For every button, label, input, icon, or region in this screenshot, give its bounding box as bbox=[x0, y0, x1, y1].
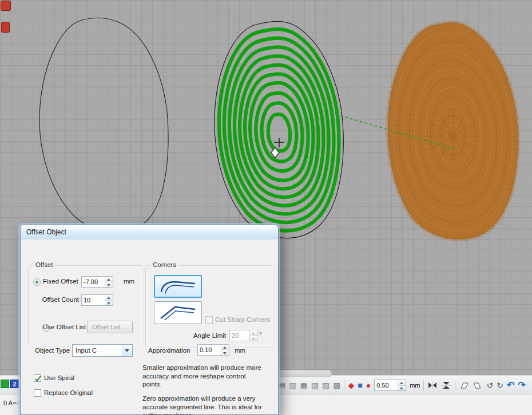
docked-tool-icon[interactable] bbox=[1, 1, 11, 11]
fixed-offset-input[interactable] bbox=[81, 276, 113, 288]
toolbar-separator bbox=[423, 380, 424, 391]
skew-left-icon[interactable] bbox=[459, 381, 469, 389]
offset-count-value[interactable] bbox=[82, 295, 105, 305]
stitch-width-spinner[interactable] bbox=[398, 380, 406, 390]
approximation-note-2: Zero approximation will produce a very a… bbox=[142, 394, 263, 415]
round-corner-icon bbox=[158, 277, 198, 296]
approximation-value[interactable] bbox=[198, 345, 221, 355]
approximation-label: Approximation bbox=[148, 347, 190, 354]
mirror-vertical-icon[interactable] bbox=[441, 381, 451, 390]
use-spiral-checkbox[interactable] bbox=[34, 374, 41, 382]
fixed-offset-label: Fixed Offset bbox=[43, 278, 78, 285]
spin-up-icon[interactable] bbox=[105, 295, 113, 301]
corners-group: Corners Cut Sharp Corners bbox=[145, 265, 273, 346]
approximation-input[interactable] bbox=[197, 344, 229, 356]
angle-limit-spinner[interactable] bbox=[249, 330, 257, 341]
approximation-spinner[interactable] bbox=[221, 345, 229, 355]
shade-tool-icon[interactable]: ▨ bbox=[322, 381, 329, 389]
corner-style-sharp-button[interactable] bbox=[154, 301, 202, 324]
dialog-titlebar[interactable]: Offset Object bbox=[21, 225, 278, 240]
use-spiral-label: Use Spiral bbox=[44, 374, 74, 381]
approximation-unit: mm bbox=[235, 347, 245, 354]
color-swatch-green[interactable] bbox=[1, 380, 9, 388]
offset-count-input[interactable] bbox=[81, 294, 113, 306]
cut-sharp-corners-checkbox[interactable] bbox=[205, 316, 213, 324]
offset-group-label: Offset bbox=[33, 261, 55, 268]
angle-limit-unit: ° bbox=[259, 331, 262, 338]
offset-count-label: Offset Count bbox=[40, 296, 79, 303]
hatch-tool-icon[interactable]: ▧ bbox=[311, 381, 319, 389]
blue-node-icon[interactable]: ■ bbox=[358, 381, 362, 389]
offset-group: Offset Fixed Offset mm Offset Count Use … bbox=[28, 265, 142, 346]
undo-icon[interactable]: ↶ bbox=[507, 381, 514, 390]
angle-limit-input[interactable] bbox=[229, 330, 258, 341]
offset-count-spinner[interactable] bbox=[105, 295, 113, 305]
corners-group-label: Corners bbox=[150, 261, 178, 268]
fixed-offset-unit: mm bbox=[124, 278, 134, 285]
angle-limit-label: Angle Limit bbox=[169, 332, 226, 339]
stitch-width-value[interactable] bbox=[375, 380, 398, 390]
skew-right-icon[interactable] bbox=[473, 381, 483, 389]
replace-original-label: Replace Original bbox=[44, 389, 93, 396]
spin-up-icon[interactable] bbox=[250, 330, 257, 336]
node-diamond-icon[interactable]: ◆ bbox=[348, 381, 354, 389]
chevron-down-icon[interactable] bbox=[122, 345, 132, 356]
dialog-title: Offset Object bbox=[26, 228, 66, 236]
sharp-corner-icon bbox=[158, 304, 198, 322]
docked-tool-icon[interactable] bbox=[1, 22, 10, 33]
toolbar-icons: ▤ ▥ ▦ ▧ ▨ ▩ ◆ ■ ● mm ↺ ↻ ↶ ↷ bbox=[278, 377, 526, 393]
redo-icon[interactable]: ↷ bbox=[518, 381, 525, 390]
pattern-tool-icon[interactable]: ▦ bbox=[300, 381, 307, 389]
fixed-offset-radio[interactable] bbox=[33, 278, 41, 286]
use-offset-list-label: Use Offset List bbox=[43, 324, 86, 330]
rotate-ccw-icon[interactable]: ↺ bbox=[486, 381, 493, 389]
dialog-body: Offset Fixed Offset mm Offset Count Use … bbox=[21, 239, 278, 414]
spin-down-icon[interactable] bbox=[221, 350, 229, 356]
spin-up-icon[interactable] bbox=[105, 277, 113, 282]
fixed-offset-value[interactable] bbox=[82, 277, 105, 287]
stitch-width-input[interactable] bbox=[374, 380, 406, 391]
object-type-dropdown[interactable]: Input C bbox=[72, 344, 133, 357]
spin-up-icon[interactable] bbox=[221, 345, 229, 350]
offset-object-dialog: Offset Object Offset Fixed Offset mm Off… bbox=[20, 225, 279, 415]
replace-original-checkbox[interactable] bbox=[34, 389, 41, 397]
mirror-horizontal-icon[interactable] bbox=[427, 381, 438, 389]
object-count-badge[interactable]: 2 bbox=[10, 380, 19, 388]
grid-tool-icon[interactable]: ▤ bbox=[278, 381, 285, 389]
spin-down-icon[interactable] bbox=[398, 386, 406, 391]
object-type-label: Object Type bbox=[35, 347, 70, 354]
fill-tool-icon[interactable]: ▥ bbox=[289, 381, 296, 389]
mesh-tool-icon[interactable]: ▩ bbox=[333, 381, 340, 389]
rotate-cw-icon[interactable]: ↻ bbox=[497, 381, 503, 389]
spin-down-icon[interactable] bbox=[105, 301, 113, 306]
spin-down-icon[interactable] bbox=[105, 282, 113, 288]
fixed-offset-spinner[interactable] bbox=[105, 277, 113, 287]
stitch-width-unit: mm bbox=[410, 382, 420, 389]
object-type-value: Input C bbox=[73, 347, 122, 354]
toolbar-separator bbox=[455, 380, 455, 391]
spin-down-icon[interactable] bbox=[250, 336, 257, 341]
red-node-icon[interactable]: ● bbox=[366, 381, 371, 389]
approximation-note-1: Smaller approximation will produce more … bbox=[142, 364, 263, 389]
angle-limit-value[interactable] bbox=[230, 330, 249, 341]
cut-sharp-corners-label: Cut Sharp Corners bbox=[215, 316, 270, 323]
corner-style-round-button[interactable] bbox=[154, 275, 202, 298]
spin-up-icon[interactable] bbox=[398, 380, 406, 386]
toolbar-separator bbox=[344, 380, 344, 391]
offset-list-button[interactable]: Offset List ... bbox=[87, 321, 133, 333]
